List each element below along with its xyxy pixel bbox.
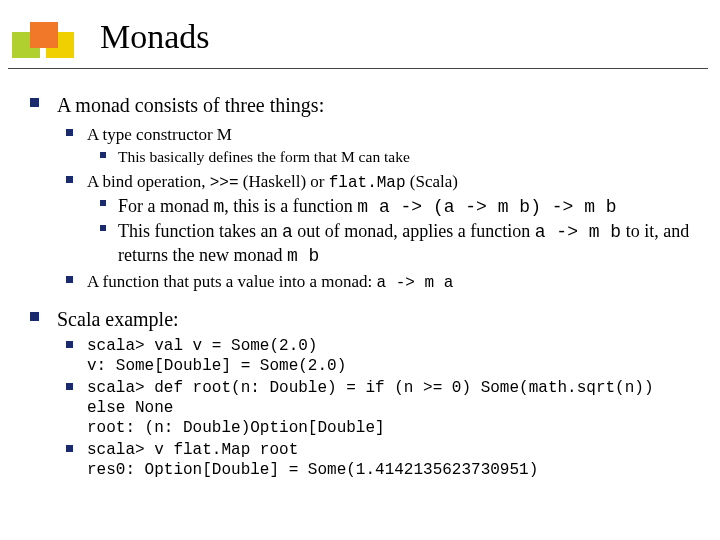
- code-line: scala> v flat.Map root: [87, 441, 298, 459]
- bullet-icon: [66, 383, 73, 390]
- code-bind-signature: m a -> (a -> m b) -> m b: [357, 197, 616, 217]
- text-fragment: (Haskell) or: [239, 172, 329, 191]
- code-line: v: Some[Double] = Some(2.0): [87, 357, 346, 375]
- point-defines-form: This basically defines the form that M c…: [118, 147, 700, 166]
- point-put-value: A function that puts a value into a mona…: [87, 271, 700, 293]
- code-a: a: [282, 222, 293, 242]
- bullet-icon: [100, 225, 106, 231]
- slide-header: Monads: [0, 0, 720, 79]
- code-haskell-bind: >>=: [210, 174, 239, 192]
- bullet-icon: [100, 152, 106, 158]
- code-scala-flatmap-call: scala> v flat.Map root res0: Option[Doub…: [87, 440, 700, 480]
- bullet-icon: [100, 200, 106, 206]
- text-fragment: (Scala): [406, 172, 458, 191]
- point-monad-consists: A monad consists of three things:: [57, 93, 700, 118]
- point-for-monad-function: For a monad m, this is a function m a ->…: [118, 195, 700, 219]
- point-bind-operation: A bind operation, >>= (Haskell) or flat.…: [87, 171, 700, 193]
- code-line: scala> def root(n: Double) = if (n >= 0)…: [87, 379, 654, 417]
- code-scala-flatmap: flat.Map: [329, 174, 406, 192]
- code-line: res0: Option[Double] = Some(1.4142135623…: [87, 461, 538, 479]
- text-fragment: This function takes an: [118, 221, 282, 241]
- code-m: m: [213, 197, 224, 217]
- text-fragment: A bind operation,: [87, 172, 210, 191]
- code-line: scala> val v = Some(2.0): [87, 337, 317, 355]
- bullet-icon: [66, 276, 73, 283]
- code-scala-def: scala> def root(n: Double) = if (n >= 0)…: [87, 378, 700, 438]
- bullet-icon: [66, 176, 73, 183]
- point-scala-example: Scala example:: [57, 307, 700, 332]
- point-function-takes-a: This function takes an a out of monad, a…: [118, 220, 700, 267]
- code-a-to-mb: a -> m b: [535, 222, 621, 242]
- bullet-icon: [66, 129, 73, 136]
- text-fragment: out of monad, applies a function: [293, 221, 535, 241]
- code-line: root: (n: Double)Option[Double]: [87, 419, 385, 437]
- code-scala-val: scala> val v = Some(2.0) v: Some[Double]…: [87, 336, 700, 376]
- code-mb: m b: [287, 246, 319, 266]
- slide-title: Monads: [0, 18, 720, 56]
- bullet-icon: [66, 341, 73, 348]
- code-return-signature: a -> m a: [376, 274, 453, 292]
- text-fragment: A function that puts a value into a mona…: [87, 272, 376, 291]
- text-fragment: , this is a function: [224, 196, 357, 216]
- logo-square-orange: [30, 22, 58, 48]
- slide-content: A monad consists of three things: A type…: [0, 79, 720, 480]
- title-underline: [8, 68, 708, 69]
- text-fragment: For a monad: [118, 196, 213, 216]
- bullet-icon: [66, 445, 73, 452]
- point-type-constructor: A type constructor M: [87, 124, 700, 145]
- bullet-icon: [30, 312, 39, 321]
- bullet-icon: [30, 98, 39, 107]
